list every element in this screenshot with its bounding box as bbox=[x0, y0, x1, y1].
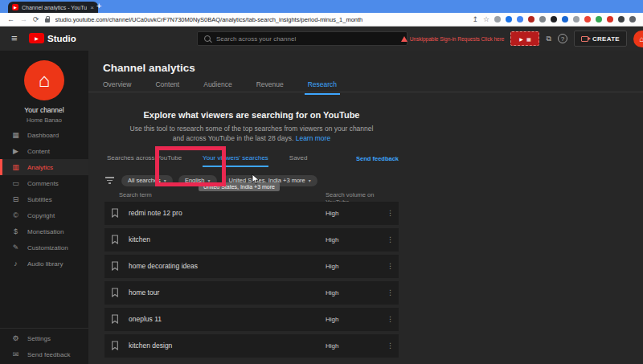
extension-red-square-icon[interactable] bbox=[607, 16, 613, 22]
sidebar-item-label: Copyright bbox=[27, 212, 55, 219]
kebab-menu-icon[interactable]: ⋮ bbox=[387, 235, 394, 243]
send-feedback-icon: ✉ bbox=[11, 350, 20, 358]
sidebar-item[interactable]: ▭ Comments bbox=[0, 175, 88, 191]
bookmark-icon[interactable] bbox=[111, 208, 119, 218]
search-volume: High bbox=[326, 210, 338, 217]
send-feedback-link[interactable]: Send feedback bbox=[356, 155, 399, 162]
bookmark-icon[interactable] bbox=[111, 288, 119, 297]
table-row[interactable]: home decorating ideas High ⋮ bbox=[104, 255, 399, 278]
sidebar-item[interactable]: ▥ Analytics bbox=[0, 159, 88, 175]
sidebar-item[interactable]: ⊟ Subtitles bbox=[0, 191, 88, 207]
sidebar-item-label: Monetisation bbox=[27, 228, 63, 235]
extension-green-circle-icon[interactable] bbox=[596, 16, 602, 22]
analytics-tab[interactable]: Overview bbox=[100, 80, 134, 95]
table-row[interactable]: kitchen design High ⋮ bbox=[104, 334, 399, 358]
sidebar-item[interactable]: © Copyright bbox=[0, 207, 88, 223]
kebab-menu-icon[interactable]: ⋮ bbox=[387, 209, 394, 217]
forward-icon[interactable]: → bbox=[20, 16, 27, 23]
analytics-tabs: Overview Content Audience Revenue Resear… bbox=[100, 80, 340, 95]
youtube-logo-icon: ▶ bbox=[29, 33, 44, 43]
account-avatar[interactable]: ⌂ bbox=[633, 31, 643, 47]
filter-icon[interactable] bbox=[104, 177, 114, 184]
tabs-divider bbox=[88, 92, 643, 92]
browser-tab-title: Channel analytics - YouTube S bbox=[22, 5, 87, 10]
bookmark-icon[interactable] bbox=[111, 261, 119, 271]
extension-blue-circle-icon[interactable] bbox=[506, 16, 512, 22]
analytics-tab[interactable]: Content bbox=[152, 80, 182, 95]
feedback-popout-icon[interactable]: ⧉ bbox=[546, 35, 551, 43]
sidebar-footer-item[interactable]: ⚙ Settings bbox=[0, 330, 88, 346]
bookmark-icon[interactable] bbox=[111, 341, 119, 350]
mouse-cursor bbox=[252, 174, 260, 188]
chevron-down-icon: ▾ bbox=[309, 178, 311, 183]
kebab-menu-icon[interactable]: ⋮ bbox=[387, 262, 394, 270]
sidebar-item[interactable]: ▦ Dashboard bbox=[0, 127, 88, 143]
studio-header-right: Unskippable Sign-in Requests Click here … bbox=[401, 27, 643, 51]
search-table: redmi note 12 pro High ⋮ kitchen High ⋮ bbox=[104, 202, 399, 358]
analytics-tab[interactable]: Audience bbox=[200, 80, 235, 95]
sidebar-item[interactable]: ♪ Audio library bbox=[0, 256, 88, 272]
channel-avatar[interactable]: ⌂ bbox=[24, 60, 64, 100]
learn-more-link[interactable]: Learn more bbox=[296, 134, 330, 142]
reload-icon[interactable]: ⟳ bbox=[33, 16, 39, 23]
address-bar-url[interactable]: studio.youtube.com/channel/UCa0uvkCrF7N7… bbox=[55, 16, 363, 23]
search-volume: High bbox=[326, 342, 338, 350]
table-row[interactable]: oneplus 11 High ⋮ bbox=[104, 308, 399, 331]
extension-globe-icon[interactable] bbox=[573, 16, 580, 22]
channel-search-input[interactable]: Search across your channel bbox=[197, 31, 408, 46]
extension-red-cube-icon[interactable] bbox=[528, 16, 534, 22]
search-volume: High bbox=[326, 263, 338, 270]
back-icon[interactable]: ← bbox=[7, 16, 14, 23]
extension-stats-icon[interactable] bbox=[562, 16, 568, 22]
new-tab-button[interactable]: + bbox=[96, 1, 101, 10]
bookmark-icon[interactable] bbox=[111, 314, 119, 324]
extension-pin-icon[interactable] bbox=[618, 16, 625, 22]
bookmark-icon[interactable] bbox=[111, 235, 119, 244]
sidebar-item-label: Audio library bbox=[27, 260, 63, 268]
research-tab[interactable]: Saved bbox=[289, 154, 308, 167]
research-module: Explore what viewers are searching for o… bbox=[104, 99, 399, 361]
sidebar-item-label: Send feedback bbox=[27, 351, 70, 358]
extension-caret-icon[interactable] bbox=[551, 16, 557, 22]
extension-warning-link[interactable]: Unskippable Sign-in Requests Click here bbox=[401, 36, 505, 42]
header-extension-badge[interactable]: ▶ ▦ bbox=[510, 31, 539, 46]
sidebar-footer-item[interactable]: ✉ Send feedback bbox=[0, 346, 88, 362]
search-term: home decorating ideas bbox=[129, 262, 198, 270]
sidebar-item[interactable]: $ Monetisation bbox=[0, 223, 88, 239]
tab-close-icon[interactable]: × bbox=[90, 4, 94, 11]
share-icon[interactable]: ↥ bbox=[472, 16, 478, 23]
kebab-menu-icon[interactable]: ⋮ bbox=[387, 315, 394, 323]
analytics-tab[interactable]: Research bbox=[305, 80, 340, 95]
hero-body-text: Use this tool to research some of the to… bbox=[130, 125, 374, 142]
monetisation-icon: $ bbox=[11, 227, 20, 235]
analytics-tab[interactable]: Revenue bbox=[253, 80, 287, 95]
extension-cloud-icon[interactable] bbox=[494, 16, 501, 22]
table-row[interactable]: kitchen High ⋮ bbox=[104, 228, 399, 252]
search-term: oneplus 11 bbox=[129, 315, 162, 323]
extension-grey-icon[interactable] bbox=[539, 16, 546, 22]
table-row[interactable]: redmi note 12 pro High ⋮ bbox=[104, 202, 399, 225]
browser-profile-avatar[interactable] bbox=[629, 16, 636, 22]
menu-icon[interactable]: ≡ bbox=[11, 33, 18, 43]
browser-tab[interactable]: ▶ Channel analytics - YouTube S × bbox=[8, 2, 98, 13]
table-row[interactable]: home tour High ⋮ bbox=[104, 281, 399, 305]
sidebar-item[interactable]: ✎ Customization bbox=[0, 239, 88, 256]
sidebar-item-label: Customization bbox=[27, 244, 68, 252]
kebab-menu-icon[interactable]: ⋮ bbox=[387, 342, 394, 350]
channel-name: Home Banao bbox=[0, 117, 88, 124]
search-term: kitchen bbox=[129, 235, 150, 243]
create-button[interactable]: CREATE bbox=[574, 31, 627, 47]
help-icon[interactable]: ? bbox=[558, 34, 567, 43]
search-placeholder: Search across your channel bbox=[216, 35, 296, 43]
sidebar-item[interactable]: ▶ Content bbox=[0, 143, 88, 159]
bookmark-star-icon[interactable]: ☆ bbox=[483, 16, 489, 23]
search-volume: High bbox=[326, 316, 338, 323]
sidebar: ⌂ Your channel Home Banao ▦ Dashboard ▶ … bbox=[0, 51, 88, 364]
studio-logo[interactable]: ▶ Studio bbox=[29, 33, 76, 43]
extension-translate-icon[interactable] bbox=[517, 16, 523, 22]
extension-colored-icon[interactable] bbox=[584, 16, 591, 22]
studio-header: ≡ ▶ Studio Search across your channel Un… bbox=[0, 27, 643, 51]
sidebar-item-label: Content bbox=[27, 148, 50, 155]
kebab-menu-icon[interactable]: ⋮ bbox=[387, 288, 394, 297]
audio-library-icon: ♪ bbox=[11, 260, 20, 268]
